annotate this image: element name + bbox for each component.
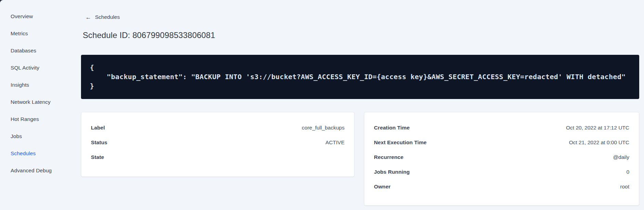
sidebar-item-sql-activity[interactable]: SQL Activity	[11, 59, 81, 76]
back-to-schedules-link[interactable]: ← Schedules	[85, 14, 120, 20]
back-link-label: Schedules	[95, 14, 120, 20]
code-line: {	[90, 63, 630, 72]
row-value: 0	[626, 169, 629, 175]
detail-row-recurrence: Recurrence @daily	[374, 150, 629, 165]
sidebar-item-hot-ranges[interactable]: Hot Ranges	[11, 111, 81, 128]
row-value: core_full_backups	[302, 125, 345, 131]
detail-row-next-execution-time: Next Execution Time Oct 21, 2022 at 0:00…	[374, 135, 629, 150]
sidebar-item-insights[interactable]: Insights	[11, 76, 81, 94]
detail-row-creation-time: Creation Time Oct 20, 2022 at 17:12 UTC	[374, 121, 629, 135]
row-label: Creation Time	[374, 125, 410, 131]
code-line: "backup_statement": "BACKUP INTO 's3://b…	[90, 72, 630, 82]
row-value: Oct 21, 2022 at 0:00 UTC	[569, 139, 629, 146]
code-line: }	[90, 82, 630, 91]
page-background: Overview Metrics Databases SQL Activity …	[0, 0, 644, 210]
row-value: ACTIVE	[325, 139, 345, 146]
detail-row-status: Status ACTIVE	[91, 135, 345, 150]
detail-row-owner: Owner root	[374, 180, 629, 194]
sidebar-item-databases[interactable]: Databases	[11, 42, 81, 59]
sidebar-item-jobs[interactable]: Jobs	[11, 128, 81, 145]
row-value: Oct 20, 2022 at 17:12 UTC	[566, 125, 629, 131]
schedule-timing-card: Creation Time Oct 20, 2022 at 17:12 UTC …	[364, 112, 639, 206]
sidebar-item-schedules[interactable]: Schedules	[11, 145, 81, 162]
app-window: Overview Metrics Databases SQL Activity …	[0, 0, 644, 210]
row-label: State	[91, 154, 104, 160]
detail-row-label: Label core_full_backups	[91, 121, 345, 135]
row-label: Status	[91, 139, 107, 146]
row-label: Label	[91, 125, 105, 131]
detail-cards: Label core_full_backups Status ACTIVE St…	[81, 112, 639, 206]
sidebar-item-network-latency[interactable]: Network Latency	[11, 94, 81, 111]
row-label: Recurrence	[374, 154, 403, 160]
row-value: root	[620, 184, 629, 190]
detail-row-state: State	[91, 150, 345, 165]
page-title: Schedule ID: 806799098533806081	[83, 30, 639, 40]
schedule-details-card: Label core_full_backups Status ACTIVE St…	[81, 112, 354, 177]
row-label: Jobs Running	[374, 169, 410, 175]
sidebar-nav: Overview Metrics Databases SQL Activity …	[0, 0, 81, 210]
back-arrow-icon: ←	[85, 14, 91, 20]
row-label: Next Execution Time	[374, 139, 427, 146]
backup-statement-code-block: { "backup_statement": "BACKUP INTO 's3:/…	[81, 55, 639, 99]
main-content: ← Schedules Schedule ID: 806799098533806…	[81, 0, 639, 206]
detail-row-jobs-running: Jobs Running 0	[374, 165, 629, 180]
sidebar-item-metrics[interactable]: Metrics	[11, 25, 81, 42]
sidebar-item-overview[interactable]: Overview	[11, 8, 81, 25]
row-value: @daily	[613, 154, 629, 160]
sidebar-item-advanced-debug[interactable]: Advanced Debug	[11, 162, 81, 179]
row-label: Owner	[374, 184, 391, 190]
